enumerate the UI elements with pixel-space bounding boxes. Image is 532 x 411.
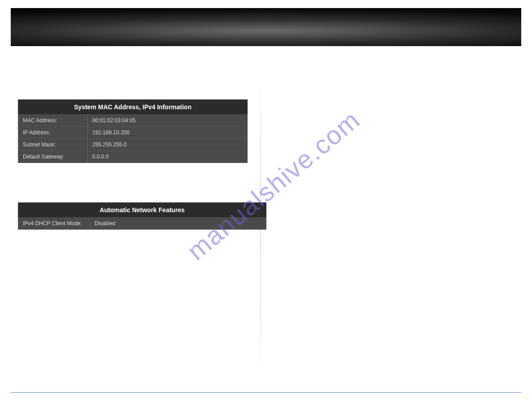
table-row: Default Gateway: 0.0.0.0 bbox=[18, 151, 248, 163]
dhcp-mode-label: IPv4 DHCP Client Mode: bbox=[18, 218, 90, 230]
subnet-mask-label: Subnet Mask: bbox=[18, 139, 88, 151]
subnet-mask-value: 255.255.255.0 bbox=[88, 139, 248, 151]
network-features-header: Automatic Network Features bbox=[18, 203, 266, 218]
default-gateway-label: Default Gateway: bbox=[18, 151, 88, 163]
bottom-rule bbox=[11, 392, 521, 393]
header-banner bbox=[11, 8, 521, 46]
table-row: Subnet Mask: 255.255.255.0 bbox=[18, 139, 248, 151]
ip-address-value: 192.168.10.200 bbox=[88, 127, 248, 139]
mac-address-label: MAC Address: bbox=[18, 115, 88, 127]
ip-address-label: IP Address: bbox=[18, 127, 88, 139]
table-row: MAC Address: 00:01:02:03:04:05 bbox=[18, 115, 248, 127]
dhcp-mode-value: Disabled bbox=[90, 218, 266, 230]
table-row: IP Address: 192.168.10.200 bbox=[18, 127, 248, 139]
mac-address-value: 00:01:02:03:04:05 bbox=[88, 115, 248, 127]
default-gateway-value: 0.0.0.0 bbox=[88, 151, 248, 163]
table-row: IPv4 DHCP Client Mode: Disabled bbox=[18, 218, 266, 230]
network-features-table: Automatic Network Features IPv4 DHCP Cli… bbox=[18, 202, 266, 230]
system-info-table: System MAC Address, IPv4 Information MAC… bbox=[18, 99, 248, 163]
system-info-header: System MAC Address, IPv4 Information bbox=[18, 100, 248, 115]
content-area: System MAC Address, IPv4 Information MAC… bbox=[18, 99, 266, 230]
